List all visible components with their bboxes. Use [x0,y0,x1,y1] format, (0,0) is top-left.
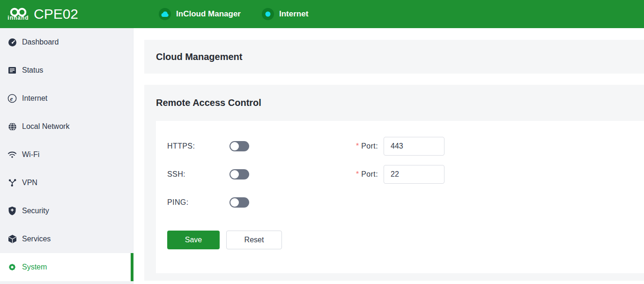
sidebar-item-label: VPN [22,179,37,187]
sidebar-item-dashboard[interactable]: Dashboard [0,28,133,56]
dot-icon [262,8,274,20]
sidebar-item-label: Security [22,207,49,215]
internet-status-label: Internet [279,9,308,19]
incloud-manager-label: InCloud Manager [176,9,241,19]
ping-toggle[interactable] [229,197,249,208]
sidebar-item-label: Wi-Fi [22,150,39,159]
app-header: inhand CPE02 InCloud Manager Internet [0,0,644,28]
internet-icon: e [7,94,17,103]
https-toggle[interactable] [229,141,249,151]
cloud-icon [159,8,171,20]
sidebar-item-label: Dashboard [22,38,59,46]
brand-name: inhand [7,15,29,21]
save-button[interactable]: Save [167,231,220,249]
https-label: HTTPS: [167,142,229,150]
sidebar-item-label: Status [22,66,43,75]
ssh-port-group: * Port: [356,165,444,184]
svg-text:e: e [10,95,13,102]
required-marker: * [356,170,359,179]
wifi-icon [7,150,17,159]
system-gear-icon [7,262,17,272]
main-content: Cloud Management Remote Access Control H… [133,28,644,284]
reset-button[interactable]: Reset [226,231,282,249]
sidebar-item-status[interactable]: Status [0,56,133,84]
required-marker: * [356,142,359,150]
sidebar-item-internet[interactable]: e Internet [0,84,133,112]
form-actions: Save Reset [167,231,644,249]
port-label: Port: [361,170,378,179]
sidebar-nav: Dashboard Status e Internet [0,28,133,284]
https-row: HTTPS: * Port: [167,132,644,160]
status-icon [7,66,17,75]
toggle-knob [230,142,239,150]
sidebar-item-label: Internet [22,94,47,103]
toggle-knob [230,198,239,207]
sidebar-item-label: Services [22,235,51,243]
https-port-input[interactable] [384,137,444,156]
logo: inhand CPE02 [7,6,78,22]
services-cube-icon [7,234,17,244]
toggle-knob [230,170,239,179]
remote-access-form: HTTPS: * Port: SSH: * Port: PING: [156,121,644,273]
sidebar-item-system[interactable]: System [0,253,133,281]
ping-label: PING: [167,198,229,207]
ssh-toggle[interactable] [229,169,249,179]
sidebar-item-security[interactable]: Security [0,197,133,225]
security-shield-icon [7,206,17,216]
ping-row: PING: [167,188,644,217]
port-label: Port: [361,142,378,150]
sidebar-item-wifi[interactable]: Wi-Fi [0,141,133,169]
local-network-icon [7,122,17,131]
section-title: Remote Access Control [156,97,261,108]
ssh-port-input[interactable] [384,165,444,184]
sidebar-item-label: Local Network [22,122,69,131]
ssh-row: SSH: * Port: [167,160,644,188]
sidebar-item-label: System [22,263,47,271]
sidebar-item-services[interactable]: Services [0,225,133,253]
remote-access-control-section: Remote Access Control HTTPS: * Port: SSH… [144,85,644,281]
https-port-group: * Port: [356,137,444,156]
section-title: Cloud Management [156,52,242,62]
vpn-icon [7,179,17,187]
incloud-manager-badge[interactable]: InCloud Manager [159,8,241,20]
sidebar-item-vpn[interactable]: VPN [0,169,133,197]
sidebar-item-local-network[interactable]: Local Network [0,112,133,141]
inhand-logo-icon: inhand [7,7,29,21]
dashboard-icon [7,38,17,47]
device-model: CPE02 [34,6,78,22]
cloud-management-section: Cloud Management [144,40,644,74]
internet-status-badge[interactable]: Internet [262,8,308,20]
ssh-label: SSH: [167,170,229,179]
